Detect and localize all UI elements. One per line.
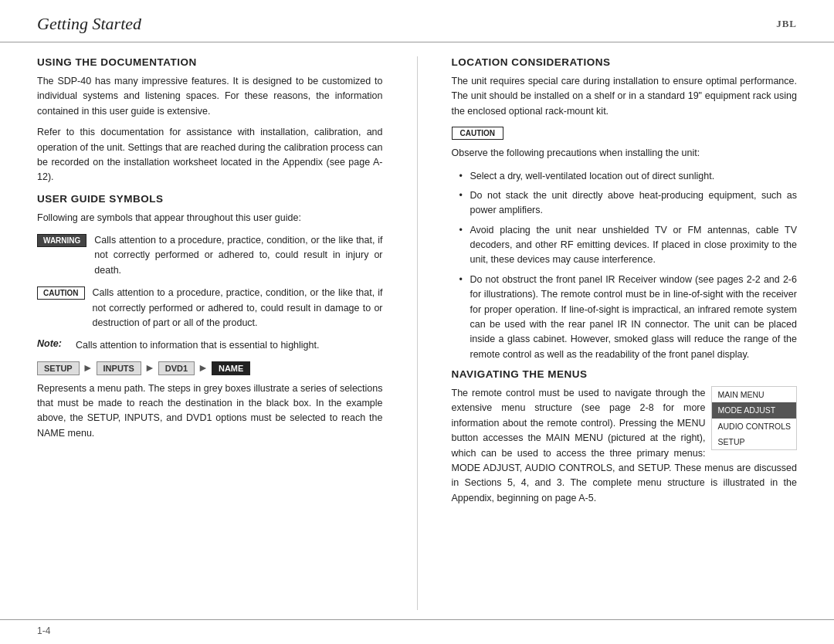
menu-box-setup: SETUP [37, 361, 80, 375]
using-docs-heading: USING THE DOCUMENTATION [37, 56, 383, 68]
list-item: Do not obstruct the front panel IR Recei… [459, 273, 798, 362]
arrow-icon-2: ► [144, 362, 155, 375]
right-column: LOCATION CONSIDERATIONS The unit require… [446, 56, 798, 610]
section-user-guide-symbols: USER GUIDE SYMBOLS Following are symbols… [37, 193, 383, 442]
column-divider [417, 56, 418, 610]
menu-path-desc-text: Represents a menu path. The steps in gre… [37, 381, 383, 442]
location-para1: The unit requires special care during in… [452, 74, 798, 119]
using-docs-body: The SDP-40 has many impressive features.… [37, 74, 383, 185]
using-docs-para1: The SDP-40 has many impressive features.… [37, 74, 383, 119]
list-item: Avoid placing the unit near unshielded T… [459, 223, 798, 268]
note-row: Note: Calls attention to information tha… [37, 338, 383, 353]
location-para1-text: The unit requires special care during in… [452, 74, 798, 119]
menu-screenshot-row-main: MAIN MENU [712, 387, 796, 402]
menu-screenshot-row-audio: AUDIO CONTROLS [712, 419, 796, 434]
user-guide-symbols-intro: Following are symbols that appear throug… [37, 211, 383, 225]
page-number: 1-4 [37, 625, 50, 636]
menu-screenshot: MAIN MENU MODE ADJUST AUDIO CONTROLS SET… [711, 386, 797, 450]
page-title: Getting Started [37, 14, 776, 34]
page: Getting Started JBL USING THE DOCUMENTAT… [0, 0, 834, 644]
using-docs-para2: Refer to this documentation for assistan… [37, 125, 383, 185]
caution-row: CAUTION Calls attention to a procedure, … [37, 286, 383, 330]
user-guide-symbols-heading: USER GUIDE SYMBOLS [37, 193, 383, 205]
caution-badge: CAUTION [37, 286, 85, 300]
menu-screenshot-row-mode: MODE ADJUST [712, 402, 796, 418]
arrow-icon-3: ► [198, 362, 208, 375]
list-item: Select a dry, well-ventilated location o… [459, 169, 798, 184]
list-item: Do not stack the unit directly above hea… [459, 188, 798, 219]
warning-badge: WARNING [37, 234, 86, 247]
menu-screenshot-row-setup: SETUP [712, 434, 796, 449]
menu-path-description: Represents a menu path. The steps in gre… [37, 381, 383, 442]
section-location-considerations: LOCATION CONSIDERATIONS The unit require… [452, 56, 798, 362]
note-text: Calls attention to information that is e… [76, 338, 383, 353]
brand-label: JBL [776, 18, 797, 30]
content-area: USING THE DOCUMENTATION The SDP-40 has m… [0, 42, 834, 610]
caution-text: Calls attention to a procedure, practice… [93, 286, 383, 330]
header: Getting Started JBL [0, 0, 834, 42]
location-caution-badge: CAUTION [452, 127, 504, 140]
warning-row: WARNING Calls attention to a procedure, … [37, 233, 383, 278]
footer: 1-4 [0, 619, 834, 644]
left-column: USING THE DOCUMENTATION The SDP-40 has m… [37, 56, 389, 610]
caution-intro-text: Observe the following precautions when i… [452, 146, 798, 161]
warning-text: Calls attention to a procedure, practice… [94, 233, 382, 278]
menu-box-dvd1: DVD1 [158, 361, 195, 375]
menu-box-name: NAME [212, 361, 250, 375]
location-caution-box: CAUTION [452, 127, 798, 146]
symbols-intro-text: Following are symbols that appear throug… [37, 211, 383, 225]
navigating-body: MAIN MENU MODE ADJUST AUDIO CONTROLS SET… [452, 386, 798, 512]
location-heading: LOCATION CONSIDERATIONS [452, 56, 798, 68]
menu-box-inputs: INPUTS [97, 361, 141, 375]
navigating-heading: NAVIGATING THE MENUS [452, 368, 798, 380]
section-using-documentation: USING THE DOCUMENTATION The SDP-40 has m… [37, 56, 383, 185]
menu-path-row: SETUP ► INPUTS ► DVD1 ► NAME [37, 361, 383, 375]
note-label: Note: [37, 338, 68, 349]
location-bullet-list: Select a dry, well-ventilated location o… [459, 169, 798, 363]
arrow-icon-1: ► [83, 362, 93, 375]
section-navigating-menus: NAVIGATING THE MENUS MAIN MENU MODE ADJU… [452, 368, 798, 512]
